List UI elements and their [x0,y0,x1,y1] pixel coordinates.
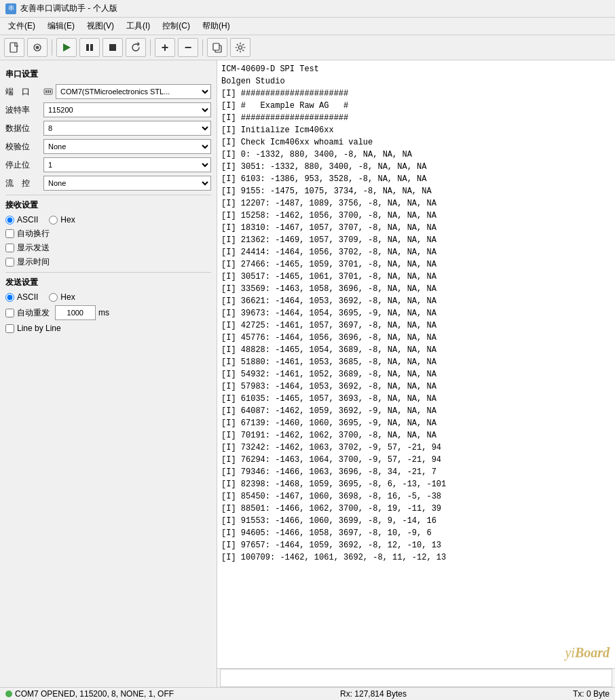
receive-section-title: 接收设置 [5,199,211,211]
terminal-line: [I] # Example Raw AG # [221,100,611,112]
stopbits-row: 停止位 1 [5,157,211,172]
show-time-checkbox[interactable]: 显示时间 [5,256,211,268]
add-button[interactable]: + [155,38,175,57]
record-button[interactable] [27,38,48,57]
svg-marker-3 [63,43,71,52]
terminal-line: [I] ###################### [221,112,611,124]
terminal-line: [I] 88501: -1466, 1062, 3700, -8, 19, -1… [221,503,611,515]
terminal-line: [I] 39673: -1464, 1054, 3695, -9, NA, NA… [221,307,611,319]
databits-select[interactable]: 8 [43,121,211,136]
terminal-line: [I] 33569: -1463, 1058, 3696, -8, NA, NA… [221,283,611,295]
toolbar-sep-2 [150,39,151,56]
terminal-line: [I] 64087: -1462, 1059, 3692, -9, NA, NA… [221,405,611,417]
toolbar: + − [0,35,615,60]
rx-status: Rx: 127,814 Bytes [340,689,407,699]
menu-help[interactable]: 帮助(H) [197,19,236,33]
terminal-line: [I] 82398: -1468, 1059, 3695, -8, 6, -13… [221,478,611,490]
menu-control[interactable]: 控制(C) [157,19,195,33]
terminal-line: [I] 3051: -1332, 880, 3400, -8, NA, NA, … [221,161,611,173]
main-content: 串口设置 端 口 COM7(STMicroelectronics STL... … [0,60,615,687]
terminal-input-row [217,668,615,687]
status-bar: COM7 OPENED, 115200, 8, NONE, 1, OFF Rx:… [0,687,615,700]
receive-hex-radio[interactable]: Hex [49,215,75,225]
terminal-line: [I] 48828: -1465, 1054, 3689, -8, NA, NA… [221,344,611,356]
tx-value: 0 Byte [586,689,610,699]
play-button[interactable] [56,38,77,57]
send-ascii-radio[interactable]: ASCII [5,292,38,302]
serial-section-title: 串口设置 [5,69,211,80]
resend-interval-input[interactable] [55,305,96,320]
resend-unit: ms [98,308,109,317]
terminal-line: [I] 15258: -1462, 1056, 3700, -8, NA, NA… [221,210,611,222]
svg-rect-5 [90,44,93,51]
divider-2 [5,272,211,273]
terminal-line: [I] 27466: -1465, 1059, 3701, -8, NA, NA… [221,258,611,271]
baud-select[interactable]: 115200 [43,102,211,117]
svg-rect-12 [48,90,49,93]
parity-row: 校验位 None [5,139,211,154]
flowctrl-select[interactable]: None [43,176,211,191]
tx-label: Tx: [573,689,584,699]
auto-resend-row: 自动重发 ms [5,305,211,320]
port-select[interactable]: COM7(STMicroelectronics STL... [56,84,211,99]
terminal-line: [I] Initialize Icm406xx [221,124,611,136]
send-section-title: 发送设置 [5,277,211,288]
show-send-checkbox[interactable]: 显示发送 [5,242,211,254]
terminal-line: [I] ###################### [221,88,611,100]
terminal-line: [I] 100709: -1462, 1061, 3692, -8, 11, -… [221,551,611,564]
svg-rect-0 [10,43,17,52]
subtract-button[interactable]: − [178,38,198,57]
svg-point-2 [36,46,39,50]
terminal-area: ICM-40609-D SPI TestBolgen Studio[I] ###… [217,60,615,668]
connection-dot [5,691,12,697]
terminal-line: [I] 36621: -1464, 1053, 3692, -8, NA, NA… [221,295,611,307]
menu-tools[interactable]: 工具(I) [121,19,155,33]
stopbits-select[interactable]: 1 [43,157,211,172]
menu-file[interactable]: 文件(E) [3,19,41,33]
refresh-button[interactable] [126,38,146,57]
terminal-line: [I] 42725: -1461, 1057, 3697, -8, NA, NA… [221,319,611,332]
terminal-input[interactable] [220,669,612,687]
menu-edit[interactable]: 编辑(E) [42,19,80,33]
right-panel: ICM-40609-D SPI TestBolgen Studio[I] ###… [217,60,615,687]
auto-resend-checkbox[interactable]: 自动重发 [5,307,50,319]
receive-ascii-radio[interactable]: ASCII [5,215,38,225]
copy-button[interactable] [207,38,227,57]
terminal-line: [I] 61035: -1465, 1057, 3693, -8, NA, NA… [221,393,611,405]
svg-rect-6 [109,44,116,51]
svg-rect-13 [50,90,51,93]
app-icon: 串 [5,3,16,14]
title-bar: 串 友善串口调试助手 - 个人版 [0,0,615,18]
terminal-line: [I] 79346: -1466, 1063, 3696, -8, 34, -2… [221,466,611,478]
svg-point-9 [239,46,242,50]
auto-exec-checkbox[interactable]: 自动换行 [5,228,211,239]
terminal-line: [I] 21362: -1469, 1057, 3709, -8, NA, NA… [221,234,611,246]
port-label: 端 口 [5,86,41,98]
baud-label: 波特率 [5,104,41,116]
terminal-line: [I] 12207: -1487, 1089, 3756, -8, NA, NA… [221,197,611,210]
terminal-line: [I] 67139: -1460, 1060, 3695, -9, NA, NA… [221,417,611,429]
svg-rect-11 [45,90,47,93]
terminal-line: [I] 9155: -1475, 1075, 3734, -8, NA, NA,… [221,185,611,197]
parity-label: 校验位 [5,141,41,153]
new-button[interactable] [4,38,24,57]
terminal-line: [I] 91553: -1466, 1060, 3699, -8, 9, -14… [221,515,611,527]
divider-1 [5,195,211,195]
connection-status: COM7 OPENED, 115200, 8, NONE, 1, OFF [5,689,174,699]
stop-button[interactable] [102,38,123,57]
svg-rect-8 [213,43,219,50]
send-hex-radio[interactable]: Hex [49,292,75,302]
terminal-line: [I] 94605: -1466, 1058, 3697, -8, 10, -9… [221,527,611,539]
terminal-line: [I] 18310: -1467, 1057, 3707, -8, NA, NA… [221,222,611,234]
terminal-line: [I] 76294: -1463, 1064, 3700, -9, 57, -2… [221,454,611,466]
settings-button[interactable] [230,38,250,57]
databits-row: 数据位 8 [5,121,211,136]
pause-button[interactable] [79,38,100,57]
rx-value: 127,814 Bytes [354,689,407,699]
line-by-line-checkbox[interactable]: Line by Line [5,324,211,333]
port-row: 端 口 COM7(STMicroelectronics STL... [5,84,211,99]
parity-select[interactable]: None [43,139,211,154]
flowctrl-label: 流 控 [5,178,41,189]
terminal-line: [I] Check Icm406xx whoami value [221,136,611,149]
menu-view[interactable]: 视图(V) [81,19,119,33]
